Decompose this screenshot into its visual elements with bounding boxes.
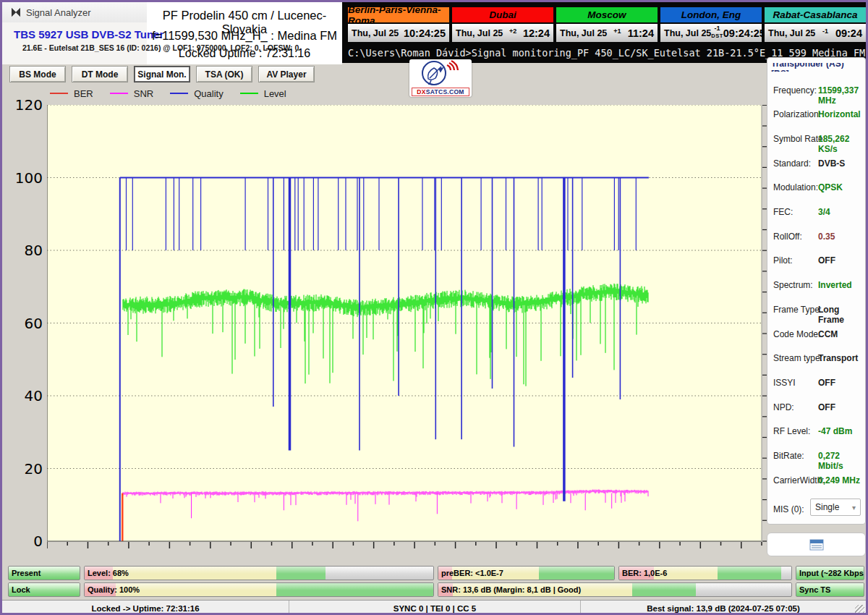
- clock-utc-offset: +2: [503, 30, 523, 36]
- resize-grip[interactable]: [855, 605, 864, 614]
- meter-label: Present: [12, 567, 41, 580]
- clock-body: Thu, Jul 25-109:24: [765, 24, 866, 42]
- clock-date: Thu, Jul 25: [456, 28, 503, 38]
- param-label: Standard:: [773, 158, 811, 169]
- param-value: Transport: [818, 353, 858, 363]
- satellite-dish-icon: [409, 59, 472, 87]
- meter-label: SNR: 13,6 dB (Margin: 8,1 dB | Good): [441, 583, 581, 596]
- clock-date: Thu, Jul 25: [664, 28, 711, 38]
- param-label: Modulation:: [773, 182, 818, 192]
- param-label: Polarization:: [773, 109, 821, 119]
- tab-tsa-ok-[interactable]: TSA (OK): [196, 66, 252, 82]
- param-value: OFF: [818, 402, 835, 412]
- clock-berlin-paris-vienna-roma: Berlin-Paris-Vienna-RomaThu, Jul 2510:24…: [348, 7, 449, 43]
- meter-label: Quality: 100%: [88, 583, 140, 596]
- indicator-sync: Sync TS: [796, 582, 864, 597]
- meter-gloss: [85, 567, 433, 574]
- clock-time: 10:24:25: [404, 27, 446, 39]
- signal-monitor-chart: [47, 105, 770, 551]
- clock-utc-offset: -1DST: [711, 27, 723, 39]
- param-label: Frequency:: [773, 85, 817, 96]
- meter-label: Level: 68%: [88, 567, 129, 580]
- param-value: OFF: [818, 255, 835, 266]
- legend-label: BER: [74, 88, 93, 99]
- clock-dubai: DubaiThu, Jul 25+212:24: [452, 7, 553, 43]
- param-label: NPD:: [773, 402, 794, 412]
- clock-time: 11:24: [628, 27, 654, 39]
- param-label: FEC:: [773, 207, 793, 217]
- param-label: Code Mode:: [773, 329, 820, 339]
- legend-item-snr: SNR: [110, 88, 153, 99]
- y-axis-tick-label: 100: [5, 169, 43, 187]
- clock-time: 12:24: [523, 27, 550, 39]
- clock-city-header: Rabat-Casablanca: [765, 7, 866, 22]
- clock-body: Thu, Jul 2510:24:25: [348, 24, 449, 42]
- param-label: Frame Type:: [773, 305, 822, 315]
- y-axis-tick-label: 60: [5, 315, 43, 332]
- legend-item-level: Level: [240, 88, 286, 99]
- param-value: 0,272 Mbit/s: [818, 451, 866, 471]
- meter-quality: Quality: 100%: [84, 582, 434, 597]
- transponder-panel-heading: Transponder (AS) [BS]: [771, 63, 861, 72]
- legend-line-swatch: [50, 93, 68, 94]
- param-value: 0.35: [818, 232, 835, 242]
- indicator-input: Input (~282 Kbps): [796, 566, 864, 580]
- legend-label: SNR: [134, 88, 153, 99]
- param-value: 3/4: [818, 207, 830, 217]
- clock-city-header: Dubai: [452, 7, 553, 22]
- frequency-title: f=11599,530 MHz_H_ : Medina FM: [147, 29, 342, 43]
- y-axis-tick-label: 20: [5, 460, 43, 478]
- param-value: QPSK: [818, 182, 843, 192]
- indicator-lock: Lock: [8, 582, 80, 597]
- mis-dropdown[interactable]: Single ▾: [810, 499, 861, 516]
- transponder-list-button[interactable]: [767, 533, 866, 556]
- clock-utc-offset: -1: [815, 30, 835, 36]
- tab-bs-mode[interactable]: BS Mode: [9, 66, 66, 82]
- clock-city-header: Berlin-Paris-Vienna-Roma: [348, 7, 449, 22]
- legend-line-swatch: [110, 93, 128, 94]
- status-bar: Locked -> Uptime: 72:31:16 SYNC 0 | TEI …: [2, 600, 866, 615]
- clock-body: Thu, Jul 25+212:24: [452, 24, 553, 42]
- legend-label: Quality: [194, 88, 223, 99]
- meter-level: Level: 68%: [84, 566, 434, 580]
- param-label: Stream type:: [773, 353, 822, 363]
- tab-av-player[interactable]: AV Player: [258, 66, 315, 82]
- tab-dt-mode[interactable]: DT Mode: [72, 66, 128, 82]
- chevron-down-icon: ▾: [852, 504, 856, 512]
- param-label: Spectrum:: [773, 280, 813, 290]
- param-label: ISSYI: [773, 378, 796, 388]
- y-axis-tick-label: 0: [5, 533, 43, 550]
- app-icon: [10, 7, 22, 18]
- indicator-present: Present: [8, 566, 80, 580]
- y-axis-tick-label: 120: [5, 96, 43, 114]
- legend-label: Level: [264, 88, 286, 99]
- clock-city-header: London, Eng: [660, 7, 762, 22]
- tab-signal-mon-[interactable]: Signal Mon.: [134, 66, 190, 82]
- mis-label: MIS (0):: [773, 504, 804, 514]
- dxsatcs-wordmark: DXSATCS.COM: [412, 88, 469, 96]
- y-axis-tick-label: 80: [5, 242, 43, 259]
- param-value: CCM: [818, 329, 838, 339]
- param-value: DVB-S: [818, 158, 845, 169]
- meter-snr: SNR: 13,6 dB (Margin: 8,1 dB | Good): [438, 582, 792, 597]
- clock-utc-offset: +1: [607, 30, 627, 36]
- tuner-name: TBS 5927 USB DVB-S2 Tuner: [14, 28, 163, 41]
- param-value: Long Frame: [818, 305, 866, 325]
- clock-body: Thu, Jul 25-1DST09:24:25: [660, 24, 762, 42]
- param-value: -47 dBm: [818, 426, 852, 436]
- mis-selected-value: Single: [815, 502, 839, 512]
- param-label: BitRate:: [773, 451, 804, 461]
- status-best-signal: Best signal: 13,9 dB (2024-07-25 07:05): [581, 601, 866, 615]
- clock-city-header: Moscow: [556, 7, 658, 22]
- param-value: Inverted: [818, 280, 852, 290]
- signal-analyzer-window: Signal Analyzer TBS 5927 USB DVB-S2 Tune…: [0, 0, 868, 615]
- mode-tabs: BS ModeDT ModeSignal Mon.TSA (OK)AV Play…: [2, 64, 765, 83]
- clock-date: Thu, Jul 25: [768, 28, 815, 38]
- meter-label: preBER: <1.0E-7: [441, 567, 503, 580]
- clock-time: 09:24: [835, 27, 862, 39]
- meter-label: Input (~282 Kbps): [799, 567, 864, 580]
- status-sync-tei-cc: SYNC 0 | TEI 0 | CC 5: [289, 601, 581, 615]
- meter-label: BER: 1,0E-6: [622, 567, 667, 580]
- legend-item-quality: Quality: [170, 88, 223, 99]
- param-value: Horizontal: [818, 109, 861, 119]
